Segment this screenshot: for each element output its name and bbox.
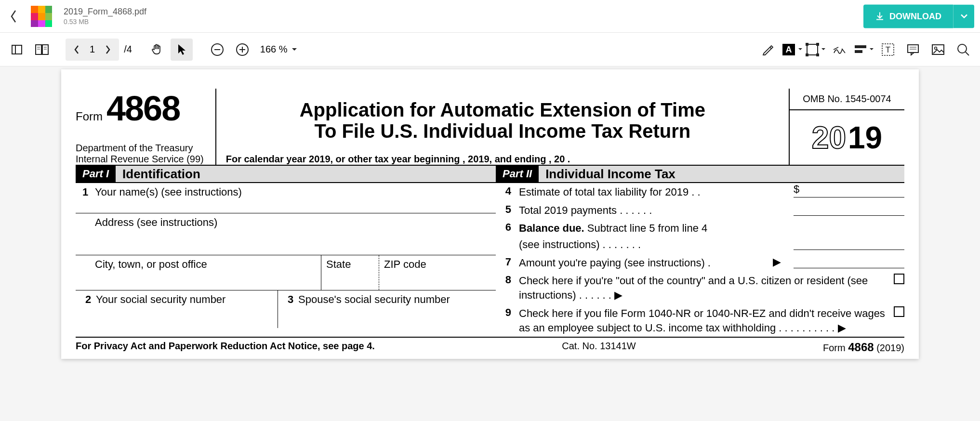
svg-rect-0	[31, 6, 38, 13]
page-nav: 1	[66, 39, 119, 61]
page-number[interactable]: 1	[88, 44, 97, 55]
chevron-left-icon	[10, 10, 17, 23]
form-word: Form	[76, 110, 103, 123]
download-icon	[875, 12, 885, 21]
part1-title: Identification	[122, 167, 200, 182]
next-page-button[interactable]	[97, 39, 119, 61]
pen-icon	[761, 43, 774, 56]
field-address[interactable]: Address (see instructions)	[76, 213, 496, 255]
image-icon	[931, 44, 945, 55]
chevron-left-icon	[73, 44, 80, 55]
svg-point-37	[935, 47, 937, 49]
zoom-dropdown[interactable]: 166 %	[256, 44, 297, 55]
line-9-checkbox[interactable]	[894, 306, 904, 317]
select-tool-button[interactable]	[171, 39, 193, 61]
pan-tool-button[interactable]	[146, 39, 168, 61]
dept-line1: Department of the Treasury	[76, 143, 204, 154]
back-button[interactable]	[4, 0, 23, 33]
field-ssn[interactable]: 2 Your social security number	[76, 290, 278, 328]
prev-page-button[interactable]	[66, 39, 88, 61]
cursor-icon	[176, 43, 187, 56]
line-5: 5 Total 2019 payments . . . . . .	[496, 201, 904, 220]
svg-rect-4	[38, 13, 45, 20]
field-ssn-row: 2 Your social security number 3 Spouse's…	[76, 290, 496, 328]
svg-text:T: T	[886, 45, 890, 54]
line-6b: (see instructions) . . . . . . .	[496, 236, 904, 254]
svg-rect-11	[36, 45, 41, 54]
download-dropdown[interactable]	[953, 4, 974, 28]
form-title: Application for Automatic Extension of T…	[226, 89, 779, 152]
svg-text:A: A	[786, 45, 792, 54]
chevron-down-icon	[960, 14, 968, 19]
svg-rect-12	[42, 45, 48, 54]
rectangle-icon	[806, 43, 819, 56]
sidebar-icon	[11, 44, 23, 55]
zoom-out-icon	[211, 43, 224, 56]
field-spouse-ssn[interactable]: 3 Spouse's social security number	[278, 290, 496, 328]
svg-rect-29	[855, 45, 866, 48]
part2-badge: Part II	[496, 166, 539, 182]
svg-line-39	[966, 52, 969, 55]
signature-tool-button[interactable]	[829, 39, 851, 61]
line-6: 6 Balance due. Subtract line 5 from line…	[496, 219, 904, 236]
download-label: DOWNLOAD	[889, 11, 941, 21]
caret-down-icon	[291, 48, 297, 52]
line-4: 4 Estimate of total tax liability for 20…	[496, 183, 904, 201]
sidebar-toggle-button[interactable]	[6, 39, 28, 61]
file-info: 2019_Form_4868.pdf 0.53 MB	[64, 7, 146, 26]
caret-down-icon	[798, 48, 803, 51]
zoom-in-button[interactable]	[231, 39, 253, 61]
text-box-icon: A	[781, 43, 796, 56]
redact-tool-button[interactable]	[854, 44, 874, 55]
text-insert-icon: T	[881, 43, 895, 56]
line-9: 9 Check here if you file Form 1040-NR or…	[496, 304, 904, 337]
caret-down-icon	[869, 48, 874, 51]
download-button[interactable]: DOWNLOAD	[863, 4, 953, 28]
redact-icon	[854, 44, 867, 55]
view-mode-button[interactable]	[31, 39, 53, 61]
field-name[interactable]: 1 Your name(s) (see instructions)	[76, 183, 496, 213]
chevron-right-icon	[105, 44, 111, 55]
pdf-viewport[interactable]: Form 4868 Department of the Treasury Int…	[0, 66, 980, 421]
svg-rect-30	[855, 50, 862, 53]
line-7-amount[interactable]	[794, 256, 904, 268]
field-city-state-zip[interactable]: City, town, or post office State ZIP cod…	[76, 255, 496, 290]
svg-rect-6	[31, 20, 38, 27]
signature-icon	[833, 43, 847, 56]
search-icon	[956, 43, 970, 56]
zoom-in-icon	[236, 43, 249, 56]
comment-tool-button[interactable]	[902, 39, 924, 61]
line-6-amount[interactable]	[794, 237, 904, 250]
svg-point-38	[958, 44, 967, 53]
svg-rect-33	[908, 45, 918, 53]
svg-rect-1	[38, 6, 45, 13]
line-8-checkbox[interactable]	[894, 274, 904, 284]
file-size: 0.53 MB	[64, 18, 146, 26]
svg-rect-26	[816, 43, 819, 46]
app-logo	[31, 6, 52, 27]
app-header: 2019_Form_4868.pdf 0.53 MB DOWNLOAD	[0, 0, 980, 33]
zoom-out-button[interactable]	[206, 39, 228, 61]
toolbar: 1 /4 166 % A	[0, 33, 980, 66]
line-5-amount[interactable]	[794, 203, 904, 216]
caret-down-icon	[821, 48, 826, 51]
image-tool-button[interactable]	[927, 39, 949, 61]
part2-title: Individual Income Tax	[545, 167, 675, 182]
svg-rect-27	[806, 53, 808, 56]
text-highlight-button[interactable]: A	[781, 43, 803, 56]
search-button[interactable]	[952, 39, 974, 61]
svg-rect-7	[38, 20, 45, 27]
draw-tool-button[interactable]	[756, 39, 779, 61]
shape-tool-button[interactable]	[806, 43, 826, 56]
svg-rect-9	[12, 45, 22, 54]
text-tool-button[interactable]: T	[877, 39, 899, 61]
svg-rect-24	[807, 44, 818, 55]
line-4-amount[interactable]: $	[794, 185, 904, 197]
part-2: Part II Individual Income Tax 4 Estimate…	[496, 166, 904, 337]
pdf-page: Form 4868 Department of the Treasury Int…	[61, 69, 919, 359]
form-footer: For Privacy Act and Paperwork Reduction …	[76, 337, 904, 354]
comment-icon	[906, 43, 920, 56]
svg-rect-28	[816, 53, 819, 56]
part1-badge: Part I	[76, 166, 116, 182]
page-total: /4	[124, 44, 132, 55]
